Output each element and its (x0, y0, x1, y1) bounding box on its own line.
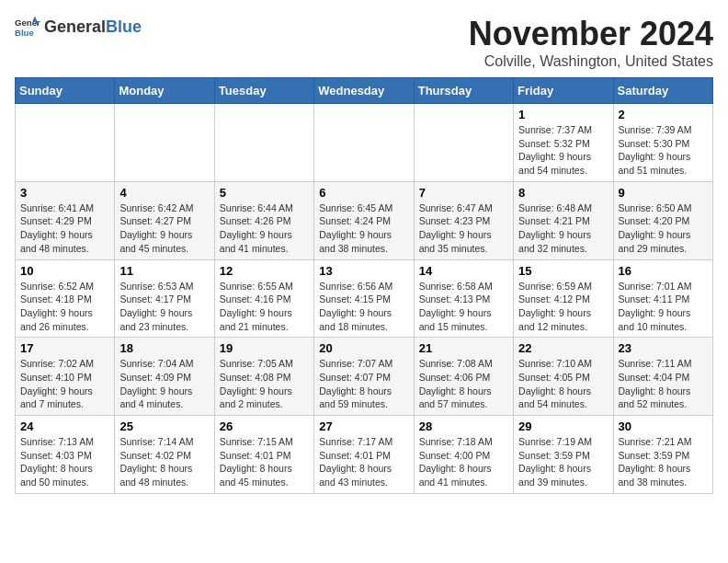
day-info: Sunrise: 7:37 AMSunset: 5:32 PMDaylight:… (518, 123, 608, 178)
calendar-cell (115, 104, 214, 182)
day-number: 10 (20, 264, 109, 278)
location: Colville, Washington, United States (469, 53, 713, 70)
calendar-cell: 22Sunrise: 7:10 AMSunset: 4:05 PMDayligh… (514, 338, 613, 416)
calendar-cell: 8Sunrise: 6:48 AMSunset: 4:21 PMDaylight… (514, 181, 613, 259)
day-number: 23 (619, 341, 708, 355)
day-info: Sunrise: 7:01 AMSunset: 4:11 PMDaylight:… (619, 280, 708, 334)
day-number: 1 (518, 108, 608, 121)
day-info: Sunrise: 6:53 AMSunset: 4:17 PMDaylight:… (119, 280, 209, 334)
day-info: Sunrise: 6:56 AMSunset: 4:15 PMDaylight:… (319, 280, 408, 334)
calendar-cell: 9Sunrise: 6:50 AMSunset: 4:20 PMDaylight… (613, 181, 712, 259)
calendar-cell: 14Sunrise: 6:58 AMSunset: 4:13 PMDayligh… (414, 259, 513, 338)
day-number: 12 (220, 264, 309, 278)
calendar-cell: 7Sunrise: 6:47 AMSunset: 4:23 PMDaylight… (414, 181, 513, 259)
day-info: Sunrise: 7:14 AMSunset: 4:02 PMDaylight:… (119, 435, 209, 489)
day-number: 13 (319, 264, 408, 278)
day-info: Sunrise: 7:02 AMSunset: 4:10 PMDaylight:… (20, 357, 109, 411)
calendar-cell: 16Sunrise: 7:01 AMSunset: 4:11 PMDayligh… (613, 259, 712, 338)
calendar-cell (16, 104, 115, 182)
day-number: 6 (319, 186, 408, 200)
weekday-header-sunday: Sunday (16, 78, 115, 104)
calendar-cell: 23Sunrise: 7:11 AMSunset: 4:04 PMDayligh… (613, 338, 712, 416)
day-number: 25 (119, 419, 209, 433)
day-info: Sunrise: 6:41 AMSunset: 4:29 PMDaylight:… (20, 201, 109, 256)
day-info: Sunrise: 7:17 AMSunset: 4:01 PMDaylight:… (319, 435, 408, 489)
day-info: Sunrise: 6:52 AMSunset: 4:18 PMDaylight:… (20, 280, 109, 334)
weekday-header-monday: Monday (115, 78, 214, 104)
day-number: 22 (518, 341, 608, 355)
day-number: 4 (119, 186, 209, 200)
calendar: SundayMondayTuesdayWednesdayThursdayFrid… (15, 77, 713, 494)
day-info: Sunrise: 6:47 AMSunset: 4:23 PMDaylight:… (419, 201, 508, 256)
weekday-header-saturday: Saturday (613, 78, 712, 104)
day-info: Sunrise: 7:07 AMSunset: 4:07 PMDaylight:… (319, 357, 408, 411)
day-number: 20 (319, 341, 408, 355)
calendar-cell: 5Sunrise: 6:44 AMSunset: 4:26 PMDaylight… (214, 181, 313, 259)
logo: General Blue GeneralBlue (15, 15, 142, 40)
day-info: Sunrise: 7:18 AMSunset: 4:00 PMDaylight:… (419, 435, 508, 489)
day-info: Sunrise: 7:04 AMSunset: 4:09 PMDaylight:… (119, 357, 209, 411)
day-info: Sunrise: 6:55 AMSunset: 4:16 PMDaylight:… (220, 280, 309, 334)
day-number: 14 (419, 264, 508, 278)
day-info: Sunrise: 6:58 AMSunset: 4:13 PMDaylight:… (419, 280, 508, 334)
calendar-cell: 24Sunrise: 7:13 AMSunset: 4:03 PMDayligh… (16, 416, 115, 494)
calendar-cell: 28Sunrise: 7:18 AMSunset: 4:00 PMDayligh… (414, 416, 513, 494)
day-number: 8 (518, 186, 608, 200)
day-info: Sunrise: 6:42 AMSunset: 4:27 PMDaylight:… (119, 201, 209, 256)
logo-blue-text: Blue (106, 17, 142, 36)
calendar-cell: 6Sunrise: 6:45 AMSunset: 4:24 PMDaylight… (314, 181, 414, 259)
day-number: 2 (619, 108, 708, 121)
calendar-cell: 11Sunrise: 6:53 AMSunset: 4:17 PMDayligh… (115, 259, 214, 338)
day-info: Sunrise: 6:48 AMSunset: 4:21 PMDaylight:… (518, 201, 608, 256)
day-number: 7 (419, 186, 508, 200)
day-info: Sunrise: 7:11 AMSunset: 4:04 PMDaylight:… (619, 357, 708, 411)
day-number: 15 (518, 264, 608, 278)
day-number: 16 (619, 264, 708, 278)
day-number: 27 (319, 419, 408, 433)
calendar-cell: 21Sunrise: 7:08 AMSunset: 4:06 PMDayligh… (414, 338, 513, 416)
calendar-cell: 29Sunrise: 7:19 AMSunset: 3:59 PMDayligh… (514, 416, 613, 494)
calendar-cell: 17Sunrise: 7:02 AMSunset: 4:10 PMDayligh… (16, 338, 115, 416)
weekday-header-friday: Friday (514, 78, 613, 104)
day-number: 28 (419, 419, 508, 433)
day-info: Sunrise: 6:59 AMSunset: 4:12 PMDaylight:… (518, 280, 608, 334)
calendar-cell: 2Sunrise: 7:39 AMSunset: 5:30 PMDaylight… (613, 104, 712, 182)
day-number: 24 (20, 419, 109, 433)
weekday-header-thursday: Thursday (414, 78, 513, 104)
weekday-header-tuesday: Tuesday (214, 78, 313, 104)
day-info: Sunrise: 7:08 AMSunset: 4:06 PMDaylight:… (419, 357, 508, 411)
month-title: November 2024 (469, 15, 713, 53)
day-number: 11 (119, 264, 209, 278)
calendar-cell: 25Sunrise: 7:14 AMSunset: 4:02 PMDayligh… (115, 416, 214, 494)
calendar-cell: 15Sunrise: 6:59 AMSunset: 4:12 PMDayligh… (514, 259, 613, 338)
day-info: Sunrise: 6:44 AMSunset: 4:26 PMDaylight:… (220, 201, 309, 256)
day-number: 18 (119, 341, 209, 355)
day-number: 19 (220, 341, 309, 355)
title-area: November 2024 Colville, Washington, Unit… (469, 15, 713, 70)
calendar-cell: 12Sunrise: 6:55 AMSunset: 4:16 PMDayligh… (214, 259, 313, 338)
day-info: Sunrise: 7:21 AMSunset: 3:59 PMDaylight:… (619, 435, 708, 489)
calendar-cell: 26Sunrise: 7:15 AMSunset: 4:01 PMDayligh… (214, 416, 313, 494)
calendar-cell: 13Sunrise: 6:56 AMSunset: 4:15 PMDayligh… (314, 259, 414, 338)
calendar-cell: 3Sunrise: 6:41 AMSunset: 4:29 PMDaylight… (16, 181, 115, 259)
day-number: 17 (20, 341, 109, 355)
day-info: Sunrise: 6:50 AMSunset: 4:20 PMDaylight:… (619, 201, 708, 256)
day-info: Sunrise: 7:13 AMSunset: 4:03 PMDaylight:… (20, 435, 109, 489)
weekday-header-wednesday: Wednesday (314, 78, 414, 104)
day-info: Sunrise: 7:15 AMSunset: 4:01 PMDaylight:… (220, 435, 309, 489)
day-info: Sunrise: 7:05 AMSunset: 4:08 PMDaylight:… (220, 357, 309, 411)
day-number: 5 (220, 186, 309, 200)
day-info: Sunrise: 7:10 AMSunset: 4:05 PMDaylight:… (518, 357, 608, 411)
calendar-cell: 18Sunrise: 7:04 AMSunset: 4:09 PMDayligh… (115, 338, 214, 416)
day-number: 29 (518, 419, 608, 433)
calendar-cell: 10Sunrise: 6:52 AMSunset: 4:18 PMDayligh… (16, 259, 115, 338)
calendar-cell: 20Sunrise: 7:07 AMSunset: 4:07 PMDayligh… (314, 338, 414, 416)
day-number: 26 (220, 419, 309, 433)
day-number: 21 (419, 341, 508, 355)
calendar-cell (214, 104, 313, 182)
calendar-cell (314, 104, 414, 182)
day-info: Sunrise: 7:39 AMSunset: 5:30 PMDaylight:… (619, 123, 708, 178)
header: General Blue GeneralBlue November 2024 C… (15, 15, 713, 70)
calendar-cell: 30Sunrise: 7:21 AMSunset: 3:59 PMDayligh… (613, 416, 712, 494)
calendar-cell: 27Sunrise: 7:17 AMSunset: 4:01 PMDayligh… (314, 416, 414, 494)
